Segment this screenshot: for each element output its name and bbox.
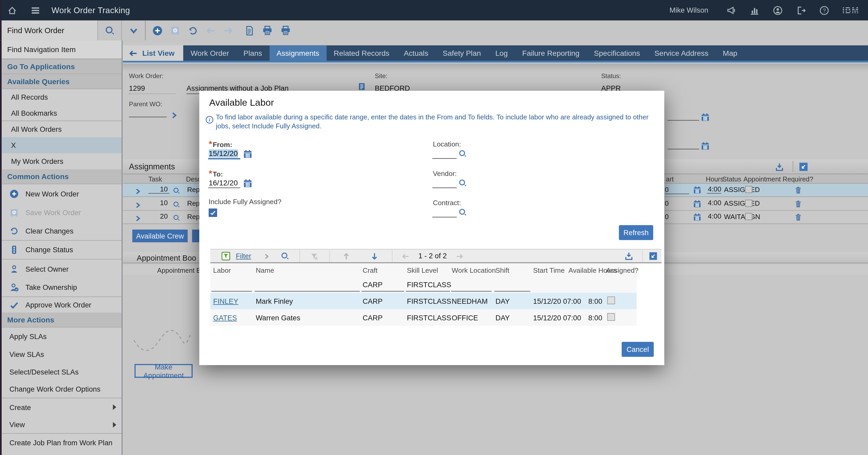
- task-cell[interactable]: 10: [149, 199, 169, 207]
- labor-row-gates[interactable]: GATES Warren Gates CARP FIRSTCLASS OFFIC…: [210, 309, 637, 326]
- table-minimize-icon[interactable]: [649, 251, 657, 261]
- task-input[interactable]: 10: [149, 186, 169, 194]
- tab-assignments[interactable]: Assignments: [269, 45, 327, 61]
- col-work-location[interactable]: Work Location: [452, 267, 496, 274]
- tab-related-records[interactable]: Related Records: [327, 45, 397, 61]
- start-date-cell[interactable]: 0: [665, 213, 669, 221]
- assigned-checkbox[interactable]: [607, 313, 615, 321]
- print-icon[interactable]: [262, 25, 273, 36]
- sidebar-item-all-work-orders[interactable]: All Work Orders: [2, 121, 122, 137]
- task-lookup-icon[interactable]: [173, 200, 180, 208]
- table-filter-icon[interactable]: [221, 251, 230, 261]
- calendar-icon[interactable]: [693, 200, 702, 208]
- clear-changes-icon[interactable]: [188, 25, 198, 36]
- appointment-required-checkbox[interactable]: [745, 186, 752, 193]
- table-search-icon[interactable]: [281, 251, 289, 261]
- calendar-icon[interactable]: [693, 213, 702, 222]
- report-icon[interactable]: [244, 25, 255, 36]
- labor-id-link[interactable]: GATES: [213, 314, 237, 322]
- action-create-job-plan[interactable]: Create Job Plan from Work Plan: [2, 434, 122, 451]
- action-apply-slas[interactable]: Apply SLAs: [2, 327, 122, 345]
- col-assigned[interactable]: Assigned?: [606, 267, 639, 274]
- col-hours[interactable]: Hours: [706, 175, 723, 183]
- sidebar-section-go-to[interactable]: Go To Applications: [2, 59, 122, 74]
- labor-id-link[interactable]: FINLEY: [213, 297, 239, 305]
- action-create-submenu[interactable]: Create: [2, 398, 122, 416]
- from-date-input[interactable]: 15/12/20: [209, 150, 238, 158]
- labor-filter-input[interactable]: [211, 291, 252, 291]
- tab-actuals[interactable]: Actuals: [397, 45, 436, 61]
- search-icon[interactable]: [98, 21, 121, 40]
- work-order-value[interactable]: 1299: [129, 84, 145, 93]
- task-lookup-icon[interactable]: [173, 187, 180, 195]
- col-craft[interactable]: Craft: [363, 267, 378, 274]
- action-change-status[interactable]: Change Status: [2, 241, 122, 260]
- print-with-attachments-icon[interactable]: [280, 25, 291, 36]
- col-skill-level[interactable]: Skill Level: [407, 267, 438, 274]
- row-expand-chevron-icon[interactable]: [134, 214, 141, 222]
- location-input[interactable]: [432, 158, 457, 159]
- col-appointment-required[interactable]: Appointment Required?: [744, 175, 813, 183]
- reports-chart-icon[interactable]: [749, 5, 759, 15]
- col-scheduled-start-tail[interactable]: art: [666, 175, 674, 183]
- make-appointment-button[interactable]: Make Appointment: [134, 364, 193, 378]
- scheduled-date-input-2[interactable]: [668, 149, 699, 150]
- calendar-icon[interactable]: [701, 112, 710, 122]
- col-name[interactable]: Name: [256, 267, 274, 274]
- tab-plans[interactable]: Plans: [236, 45, 270, 61]
- tab-log[interactable]: Log: [488, 45, 515, 61]
- action-select-owner[interactable]: Select Owner: [2, 259, 122, 278]
- action-take-ownership[interactable]: Take Ownership: [2, 278, 122, 297]
- appointment-required-checkbox[interactable]: [745, 213, 752, 220]
- action-approve-work-order[interactable]: Approve Work Order: [2, 297, 122, 313]
- delete-row-icon[interactable]: [794, 200, 802, 208]
- contract-input[interactable]: [432, 217, 457, 217]
- new-record-icon[interactable]: [152, 25, 163, 36]
- start-date-input[interactable]: 0: [665, 186, 689, 194]
- col-labor[interactable]: Labor: [213, 267, 231, 274]
- hours-cell[interactable]: 4:00: [707, 199, 721, 207]
- delete-row-icon[interactable]: [794, 213, 802, 221]
- col-status[interactable]: Status: [722, 175, 741, 183]
- logout-icon[interactable]: [796, 5, 806, 15]
- row-expand-chevron-icon[interactable]: [134, 201, 141, 208]
- include-fully-assigned-checkbox[interactable]: [209, 208, 217, 217]
- find-navigation-input[interactable]: Find Navigation Item: [2, 40, 122, 59]
- help-icon[interactable]: [819, 5, 829, 15]
- skill-filter-input[interactable]: FIRSTCLASS: [407, 280, 452, 289]
- parent-wo-detail-chevron-icon[interactable]: [170, 110, 178, 120]
- profile-icon[interactable]: [772, 5, 782, 15]
- shift-filter-input[interactable]: [494, 291, 530, 291]
- hours-input[interactable]: 4:00: [707, 186, 721, 194]
- tab-specifications[interactable]: Specifications: [587, 45, 647, 61]
- vendor-input[interactable]: [432, 188, 457, 188]
- calendar-icon[interactable]: [701, 140, 710, 151]
- from-calendar-icon[interactable]: [243, 149, 252, 159]
- sidebar-item-query-x[interactable]: X: [2, 137, 122, 153]
- hamburger-menu-icon[interactable]: [31, 5, 40, 15]
- calendar-icon[interactable]: [693, 186, 702, 194]
- sidebar-item-all-bookmarks[interactable]: All Bookmarks: [2, 105, 122, 121]
- craft-filter-input[interactable]: CARP: [363, 280, 383, 289]
- contract-lookup-icon[interactable]: [459, 207, 467, 217]
- task-cell[interactable]: 20: [149, 213, 169, 220]
- row-expand-chevron-icon[interactable]: [134, 187, 141, 195]
- appointment-required-checkbox[interactable]: [745, 200, 752, 207]
- col-task[interactable]: Task: [149, 175, 162, 183]
- table-download-icon[interactable]: [625, 251, 633, 261]
- filter-link[interactable]: Filter: [236, 252, 251, 260]
- refresh-button[interactable]: Refresh: [619, 225, 653, 240]
- name-filter-input[interactable]: [255, 291, 360, 291]
- to-date-input[interactable]: 16/12/20: [209, 178, 238, 187]
- hours-cell[interactable]: 4:00: [707, 213, 721, 220]
- assignments-minimize-icon[interactable]: [799, 161, 808, 171]
- filter-expand-chevron-icon[interactable]: [264, 251, 270, 261]
- labor-row-finley[interactable]: FINLEY Mark Finley CARP FIRSTCLASS NEEDH…: [210, 293, 637, 309]
- sidebar-section-more-actions[interactable]: More Actions: [2, 313, 122, 327]
- tab-work-order[interactable]: Work Order: [183, 45, 236, 61]
- sidebar-item-all-records[interactable]: All Records: [2, 89, 122, 105]
- tab-failure-reporting[interactable]: Failure Reporting: [515, 45, 587, 61]
- available-crew-button[interactable]: Available Crew: [132, 230, 188, 242]
- sidebar-section-common-actions[interactable]: Common Actions: [2, 169, 122, 184]
- tab-service-address[interactable]: Service Address: [647, 45, 716, 61]
